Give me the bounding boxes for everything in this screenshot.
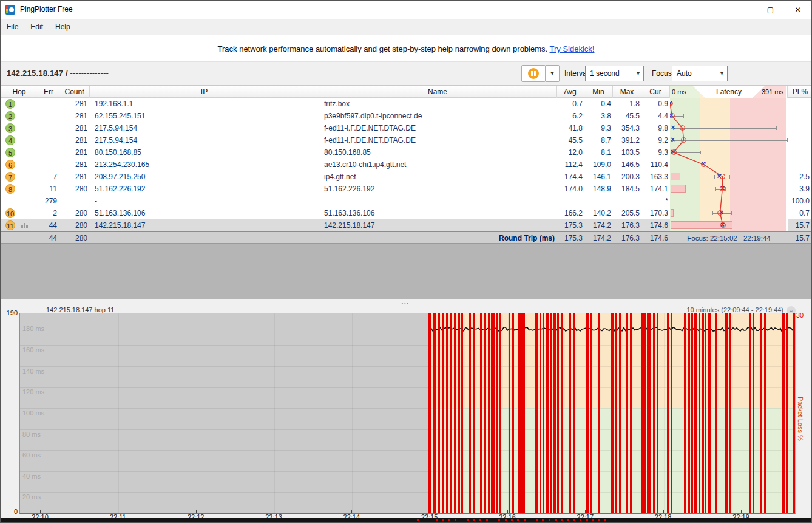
navigator-loss-dash bbox=[442, 519, 444, 521]
table-row[interactable]: 81128051.162.226.19251.162.226.192174.01… bbox=[1, 183, 811, 195]
navigator-loss-dash bbox=[580, 519, 581, 521]
maximize-button[interactable]: ▢ bbox=[757, 1, 784, 19]
loss-bar bbox=[433, 313, 436, 513]
col-header-cur[interactable]: Cur bbox=[641, 86, 670, 98]
banner-text: Track network performance automatically … bbox=[218, 44, 548, 53]
chevron-down-icon: ▾ bbox=[637, 66, 640, 81]
plot-area[interactable]: 20 ms40 ms60 ms80 ms100 ms120 ms140 ms16… bbox=[19, 313, 796, 514]
cur-cell: 0.9 bbox=[641, 98, 668, 110]
cur-cell: 9.8 bbox=[641, 122, 668, 134]
timeline-navigator[interactable] bbox=[1, 518, 811, 523]
table-row[interactable]: 1144280142.215.18.147142.215.18.147175.3… bbox=[1, 219, 811, 231]
chevron-down-icon: ▾ bbox=[720, 66, 723, 81]
focus-label: Focus bbox=[652, 69, 672, 78]
err-cell: 7 bbox=[38, 171, 57, 183]
table-row[interactable]: 3281217.5.94.154f-ed11-i.F.DE.NET.DTAG.D… bbox=[1, 122, 811, 134]
menu-item-file[interactable]: File bbox=[1, 22, 24, 31]
col-header-max[interactable]: Max bbox=[613, 86, 641, 98]
navigator-loss-dash bbox=[598, 519, 600, 521]
table-row[interactable]: 77281208.97.215.250ip4.gtt.net174.4146.1… bbox=[1, 171, 811, 183]
focus-select[interactable]: Auto ▾ bbox=[672, 66, 728, 81]
avg-cell: 41.8 bbox=[557, 122, 583, 134]
table-row[interactable]: 228162.155.245.151p3e9bf597.dip0.t-ipcon… bbox=[1, 110, 811, 122]
count-cell: 280 bbox=[58, 219, 87, 231]
hop-badge: 3 bbox=[5, 123, 15, 133]
minute-gridline bbox=[118, 313, 119, 513]
loss-bar bbox=[461, 313, 463, 513]
latency-column-header[interactable]: 0 ms Latency 391 ms bbox=[670, 86, 788, 98]
avg-cell: 112.4 bbox=[557, 159, 583, 171]
col-header-ip[interactable]: IP bbox=[90, 86, 319, 98]
navigator-loss-dash bbox=[536, 519, 538, 521]
close-button[interactable]: ✕ bbox=[784, 1, 811, 19]
menu-item-help[interactable]: Help bbox=[49, 22, 76, 31]
table-row[interactable]: 4281217.5.94.154f-ed11-i.F.DE.NET.DTAG.D… bbox=[1, 134, 811, 146]
count-cell: 280 bbox=[58, 207, 87, 219]
current-marker: × bbox=[671, 122, 675, 134]
avg-cell bbox=[557, 195, 583, 207]
hop-badge: 11 bbox=[5, 220, 15, 230]
max-cell: 146.5 bbox=[613, 159, 640, 171]
table-row[interactable]: 1281192.168.1.1fritz.box0.70.41.80.9× bbox=[1, 98, 811, 110]
ip-cell: 217.5.94.154 bbox=[95, 134, 318, 146]
col-header-count[interactable]: Count bbox=[59, 86, 90, 98]
loss-bar bbox=[586, 313, 589, 513]
minimize-button[interactable]: — bbox=[729, 1, 757, 19]
max-cell: 176.3 bbox=[613, 219, 640, 231]
summary-row: 44 280 Round Trip (ms) 175.3 174.2 176.3… bbox=[1, 231, 811, 244]
navigator-loss-dash bbox=[555, 519, 557, 521]
menu-item-edit[interactable]: Edit bbox=[24, 22, 49, 31]
interval-select[interactable]: 1 second ▾ bbox=[585, 66, 644, 81]
loss-bar bbox=[450, 313, 452, 513]
latency-cell: × bbox=[670, 98, 788, 110]
pause-button[interactable] bbox=[521, 65, 546, 82]
table-row[interactable]: 279-*100.0 bbox=[1, 195, 811, 207]
table-row[interactable]: 10228051.163.136.10651.163.136.106166.21… bbox=[1, 207, 811, 219]
navigator-loss-dash bbox=[486, 519, 488, 521]
sidekick-link[interactable]: Try Sidekick! bbox=[550, 44, 595, 53]
loss-bar bbox=[518, 313, 523, 513]
pl-cell bbox=[788, 122, 810, 134]
navigator-loss-dash bbox=[592, 519, 594, 521]
table-row[interactable]: 528180.150.168.8580.150.168.8512.08.1103… bbox=[1, 146, 811, 159]
col-header-err[interactable]: Err bbox=[38, 86, 59, 98]
col-header-min[interactable]: Min bbox=[584, 86, 613, 98]
navigator-loss-dash bbox=[448, 519, 450, 521]
loss-bar bbox=[611, 313, 614, 513]
loss-bar bbox=[469, 313, 471, 513]
count-cell: 281 bbox=[58, 159, 87, 171]
col-header-name[interactable]: Name bbox=[319, 86, 557, 98]
hop-cell: 10 bbox=[1, 207, 38, 219]
focus-value: Auto bbox=[677, 69, 692, 78]
gridline-label: 40 ms bbox=[22, 473, 41, 480]
col-header-pl[interactable]: PL% bbox=[788, 86, 812, 98]
x-axis-tick bbox=[40, 510, 41, 513]
x-axis-tick bbox=[196, 510, 197, 513]
latency-cell bbox=[670, 195, 788, 207]
col-header-avg[interactable]: Avg bbox=[557, 86, 584, 98]
navigator-loss-dash bbox=[436, 519, 438, 521]
packet-loss-bar bbox=[671, 173, 680, 180]
current-marker: × bbox=[670, 110, 674, 122]
loss-bar bbox=[573, 313, 575, 513]
pause-dropdown-button[interactable]: ▾ bbox=[545, 65, 560, 82]
name-cell: f-ed11-i.F.DE.NET.DTAG.DE bbox=[324, 134, 555, 146]
loss-bar bbox=[630, 313, 632, 513]
x-axis-tick bbox=[430, 510, 430, 513]
col-header-hop[interactable]: Hop bbox=[1, 86, 38, 98]
table-row[interactable]: 6281213.254.230.165ae13.cr10-chi1.ip4.gt… bbox=[1, 159, 811, 171]
err-cell: 279 bbox=[38, 195, 57, 207]
ip-cell: - bbox=[95, 195, 318, 207]
min-max-whisker bbox=[673, 126, 777, 130]
loss-bar bbox=[512, 313, 514, 513]
latency-min-label: 0 ms bbox=[672, 86, 686, 98]
count-cell: 281 bbox=[58, 122, 87, 134]
loss-bar bbox=[626, 313, 628, 513]
pl-cell bbox=[788, 146, 810, 159]
min-cell: 8.7 bbox=[584, 134, 611, 146]
hop-cell: 11 bbox=[1, 219, 38, 231]
pl-cell bbox=[788, 159, 810, 171]
loss-bar bbox=[649, 313, 651, 513]
loss-bar bbox=[496, 313, 498, 513]
pause-icon bbox=[528, 68, 539, 79]
